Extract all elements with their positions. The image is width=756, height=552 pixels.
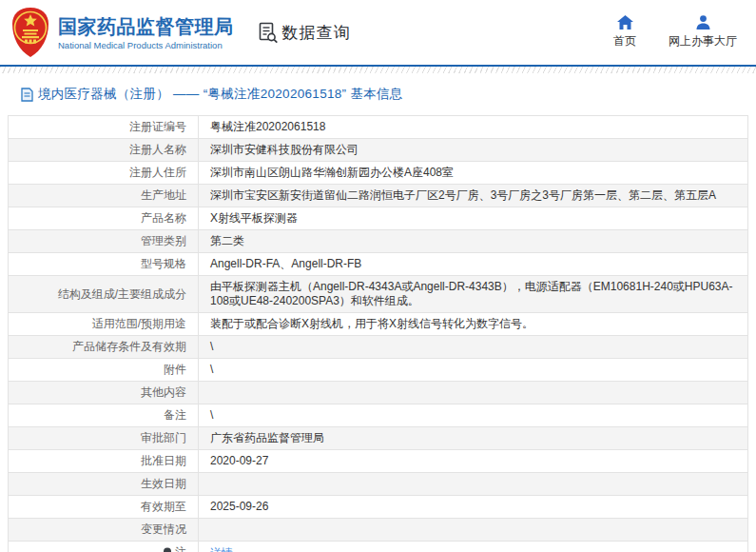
brand-subtitle: National Medical Products Administration: [58, 40, 234, 50]
row-label: 注册人名称: [9, 139, 199, 162]
table-row: 适用范围/预期用途 装配于或配合诊断X射线机，用于将X射线信号转化为数字信号。: [9, 313, 748, 336]
nav-home[interactable]: 首页: [613, 15, 636, 49]
data-query-tab[interactable]: 数据查询: [259, 22, 351, 44]
row-value: 粤械注准20202061518: [199, 116, 748, 139]
row-label: 备注: [9, 404, 199, 427]
national-emblem-logo: [11, 7, 49, 58]
row-value: 深圳市南山区朗山路华瀚创新园办公楼A座408室: [199, 162, 748, 185]
table-row-note: 注 详情: [9, 542, 748, 552]
row-label: 管理类别: [9, 230, 199, 253]
document-search-icon: [259, 22, 279, 44]
row-label: 其他内容: [9, 382, 199, 404]
row-label: 变更情况: [9, 519, 199, 542]
table-row: 审批部门 广东省药品监督管理局: [9, 427, 748, 450]
row-label: 适用范围/预期用途: [9, 313, 199, 336]
brand-title: 国家药品监督管理局: [58, 15, 234, 38]
info-table-wrapper: 注册证编号 粤械注准20202061518 注册人名称 深圳市安健科技股份有限公…: [0, 112, 756, 552]
note-label-text: 注: [175, 545, 186, 552]
header-nav: 首页 网上办事大厅: [613, 15, 743, 49]
row-value: \: [199, 359, 748, 382]
nav-home-label: 首页: [613, 33, 636, 49]
row-value: 装配于或配合诊断X射线机，用于将X射线信号转化为数字信号。: [199, 313, 748, 336]
row-value: [199, 382, 748, 404]
row-label: 有效期至: [9, 496, 199, 519]
table-row: 生效日期: [9, 473, 748, 496]
nav-service-hall-label: 网上办事大厅: [669, 33, 737, 49]
user-icon: [695, 15, 711, 30]
row-label: 注册证编号: [9, 116, 199, 139]
row-label: 生效日期: [9, 473, 199, 496]
table-row: 注册人住所 深圳市南山区朗山路华瀚创新园办公楼A座408室: [9, 162, 748, 185]
header-hatch-divider: [0, 67, 756, 73]
table-row: 变更情况: [9, 519, 748, 542]
table-row: 注册人名称 深圳市安健科技股份有限公司: [9, 139, 748, 162]
row-value: 深圳市宝安区新安街道留仙二路润恒电子厂区2号厂房、3号厂房之3号厂房第一层、第二…: [199, 185, 748, 207]
row-label: 结构及组成/主要组成成分: [9, 276, 199, 313]
row-label: 批准日期: [9, 450, 199, 473]
data-query-label: 数据查询: [282, 22, 351, 44]
table-row: 生产地址 深圳市宝安区新安街道留仙二路润恒电子厂区2号厂房、3号厂房之3号厂房第…: [9, 185, 748, 207]
table-row: 管理类别 第二类: [9, 230, 748, 253]
table-row: 注册证编号 粤械注准20202061518: [9, 116, 748, 139]
row-value: 第二类: [199, 230, 748, 253]
row-label: 产品名称: [9, 207, 199, 230]
row-label: 产品储存条件及有效期: [9, 336, 199, 359]
row-value: \: [199, 404, 748, 427]
table-row: 产品储存条件及有效期 \: [9, 336, 748, 359]
row-value: 2025-09-26: [199, 496, 748, 519]
row-label: 注册人住所: [9, 162, 199, 185]
row-value: 深圳市安健科技股份有限公司: [199, 139, 748, 162]
table-row: 批准日期 2020-09-27: [9, 450, 748, 473]
row-value: 由平板探测器主机（Angell-DR-4343A或Angell-DR-4343B…: [199, 276, 748, 313]
row-value: 广东省药品监督管理局: [199, 427, 748, 450]
row-label: 生产地址: [9, 185, 199, 207]
document-icon: [21, 88, 33, 102]
nav-service-hall[interactable]: 网上办事大厅: [669, 15, 737, 49]
table-row: 有效期至 2025-09-26: [9, 496, 748, 519]
header: 国家药品监督管理局 National Medical Products Admi…: [0, 0, 756, 67]
table-row: 其他内容: [9, 382, 748, 404]
brand-block: 国家药品监督管理局 National Medical Products Admi…: [58, 15, 234, 50]
row-value: 详情: [199, 542, 748, 552]
row-value: [199, 519, 748, 542]
row-label: 注: [9, 542, 199, 552]
row-label: 型号规格: [9, 253, 199, 276]
row-value: \: [199, 336, 748, 359]
row-value: Angell-DR-FA、Angell-DR-FB: [199, 253, 748, 276]
row-value: [199, 473, 748, 496]
home-icon: [617, 15, 633, 30]
row-label: 审批部门: [9, 427, 199, 450]
table-row: 备注 \: [9, 404, 748, 427]
lightbulb-icon: [163, 547, 172, 552]
table-row: 型号规格 Angell-DR-FA、Angell-DR-FB: [9, 253, 748, 276]
breadcrumb: 境内医疗器械（注册） —— “粤械注准20202061518” 基本信息: [0, 73, 756, 112]
row-label: 附件: [9, 359, 199, 382]
details-link[interactable]: 详情: [210, 546, 233, 552]
page-title: 境内医疗器械（注册） —— “粤械注准20202061518” 基本信息: [38, 86, 403, 103]
info-table: 注册证编号 粤械注准20202061518 注册人名称 深圳市安健科技股份有限公…: [8, 115, 748, 552]
row-value: 2020-09-27: [199, 450, 748, 473]
table-row: 产品名称 X射线平板探测器: [9, 207, 748, 230]
row-value: X射线平板探测器: [199, 207, 748, 230]
table-row: 结构及组成/主要组成成分 由平板探测器主机（Angell-DR-4343A或An…: [9, 276, 748, 313]
table-row: 附件 \: [9, 359, 748, 382]
